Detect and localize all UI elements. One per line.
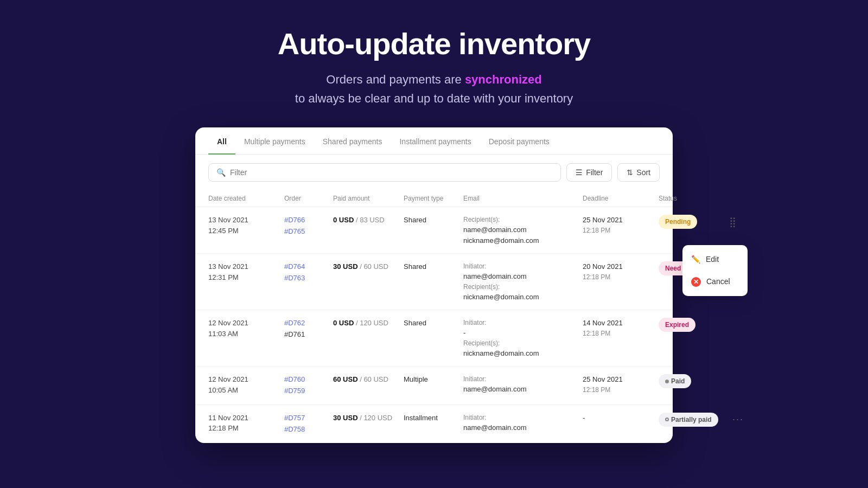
table-row: 13 Nov 2021 12:45 PM #D766 #D765 0 USD /… [195,207,673,254]
cell-paid: 0 USD / 120 USD [333,318,404,329]
cell-orders: #D764 #D763 [284,261,333,284]
filter-button[interactable]: ☰ Filter [566,163,612,182]
cell-email: Initiator: - Recipient(s): nickname@doma… [463,318,583,358]
status-badge: Expired [659,318,695,332]
order-link[interactable]: #D759 [284,386,333,397]
table-header: Date created Order Paid amount Payment t… [195,190,673,207]
col-type: Payment type [404,195,463,202]
sort-icon: ⇅ [627,168,633,177]
cell-date: 11 Nov 2021 12:18 PM [208,413,284,434]
search-icon: 🔍 [216,168,226,177]
cell-status: Partially paid [659,413,729,427]
col-paid: Paid amount [333,195,404,202]
order-link[interactable]: #D761 [284,329,333,341]
search-input[interactable] [230,168,553,177]
order-link[interactable]: #D765 [284,226,333,237]
cell-date: 12 Nov 2021 10:05 AM [208,374,284,395]
col-status: Status [659,195,729,202]
cell-date: 13 Nov 2021 12:31 PM [208,261,284,282]
order-link[interactable]: #D757 [284,413,333,424]
cell-type: Shared [404,318,463,329]
status-badge: Partially paid [659,413,718,427]
move-icon[interactable]: ⣿ [729,216,736,227]
cell-orders: #D762 #D761 [284,318,333,341]
cell-orders: #D760 #D759 [284,374,333,397]
cell-type: Shared [404,261,463,272]
table-row: 12 Nov 2021 11:03 AM #D762 #D761 0 USD /… [195,310,673,367]
col-actions [729,195,756,202]
cell-type: Multiple [404,374,463,385]
tab-deposit[interactable]: Deposit payments [480,127,558,155]
cell-paid: 30 USD / 120 USD [333,413,404,423]
cell-paid: 60 USD / 60 USD [333,374,404,385]
actions-button[interactable]: ··· [729,413,747,426]
toolbar: 🔍 ☰ Filter ⇅ Sort [195,155,673,190]
tab-shared[interactable]: Shared payments [314,127,391,155]
cell-deadline: - [583,413,659,423]
hero-subtitle: Orders and payments are synchronized to … [295,70,573,108]
order-link[interactable]: #D763 [284,273,333,284]
col-order: Order [284,195,333,202]
context-menu: ✏️ Edit ✕ Cancel [682,245,748,296]
cancel-icon: ✕ [691,277,701,287]
tab-all[interactable]: All [208,127,235,155]
sort-button[interactable]: ⇅ Sort [617,163,660,182]
cell-paid: 0 USD / 83 USD [333,215,404,226]
cell-action[interactable]: ··· [729,413,756,426]
cell-deadline: 25 Nov 2021 12:18 PM [583,215,659,235]
menu-cancel[interactable]: ✕ Cancel [682,271,748,293]
tab-installment[interactable]: Installment payments [391,127,480,155]
cell-type: Installment [404,413,463,423]
cell-date: 12 Nov 2021 11:03 AM [208,318,284,339]
cell-status: Paid [659,374,729,388]
table-row: 11 Nov 2021 12:18 PM #D757 #D758 30 USD … [195,405,673,443]
search-box[interactable]: 🔍 [208,163,561,182]
tabs-bar: All Multiple payments Shared payments In… [195,127,673,155]
main-card: All Multiple payments Shared payments In… [195,127,673,442]
table-row: 13 Nov 2021 12:31 PM #D764 #D763 30 USD … [195,254,673,310]
col-deadline: Deadline [583,195,659,202]
menu-edit[interactable]: ✏️ Edit [682,248,748,271]
cell-status: Expired [659,318,729,332]
cell-email: Recipient(s): name@domain.com nickname@d… [463,215,583,246]
col-date: Date created [208,195,284,202]
cell-deadline: 20 Nov 2021 12:18 PM [583,261,659,282]
order-link[interactable]: #D758 [284,424,333,435]
page-title: Auto-update inventory [278,26,590,61]
col-email: Email [463,195,583,202]
cell-paid: 30 USD / 60 USD [333,261,404,272]
status-badge: Pending [659,215,697,229]
cell-type: Shared [404,215,463,226]
cell-deadline: 14 Nov 2021 12:18 PM [583,318,659,338]
cell-email: Initiator: name@domain.com [463,413,583,433]
tab-multiple[interactable]: Multiple payments [235,127,314,155]
cell-orders: #D757 #D758 [284,413,333,435]
order-link[interactable]: #D762 [284,318,333,329]
order-link[interactable]: #D766 [284,215,333,226]
cell-deadline: 25 Nov 2021 12:18 PM [583,374,659,395]
filter-icon: ☰ [576,168,583,177]
cell-date: 13 Nov 2021 12:45 PM [208,215,284,236]
order-link[interactable]: #D764 [284,261,333,273]
cell-status: Pending [659,215,729,229]
table-row: 12 Nov 2021 10:05 AM #D760 #D759 60 USD … [195,367,673,405]
cell-orders: #D766 #D765 [284,215,333,237]
cell-email: Initiator: name@domain.com [463,374,583,395]
edit-icon: ✏️ [691,254,700,265]
order-link[interactable]: #D760 [284,374,333,386]
status-badge: Paid [659,374,691,388]
cell-action[interactable]: ⣿ ✏️ Edit ✕ Cancel [729,215,756,229]
cell-email: Initiator: name@domain.com Recipient(s):… [463,261,583,302]
